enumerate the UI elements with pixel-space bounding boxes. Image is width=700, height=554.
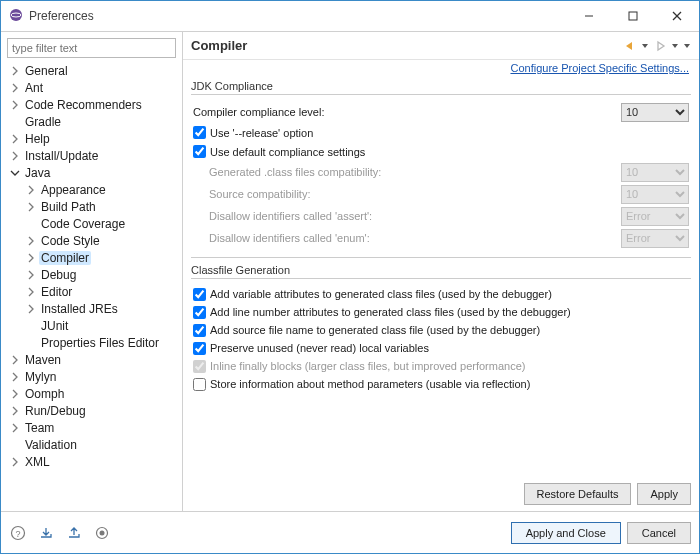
chevron-right-icon xyxy=(25,337,37,349)
tree-item-java[interactable]: Java xyxy=(5,164,182,181)
tree-item-maven[interactable]: Maven xyxy=(5,351,182,368)
tree-item-code-style[interactable]: Code Style xyxy=(5,232,182,249)
minimize-button[interactable] xyxy=(567,1,611,31)
apply-and-close-button[interactable]: Apply and Close xyxy=(511,522,621,544)
tree-item-junit[interactable]: JUnit xyxy=(5,317,182,334)
chevron-right-icon[interactable] xyxy=(9,354,21,366)
tree-item-general[interactable]: General xyxy=(5,62,182,79)
use-default-checkbox[interactable] xyxy=(193,145,206,158)
tree-item-build-path[interactable]: Build Path xyxy=(5,198,182,215)
classfile-option-row: Inline finally blocks (larger class file… xyxy=(191,357,691,375)
classfile-option-checkbox[interactable] xyxy=(193,342,206,355)
classfile-option-row: Add source file name to generated class … xyxy=(191,321,691,339)
classfile-option-row: Store information about method parameter… xyxy=(191,375,691,393)
export-icon[interactable] xyxy=(65,524,83,542)
tree-item-code-coverage[interactable]: Code Coverage xyxy=(5,215,182,232)
tree-item-debug[interactable]: Debug xyxy=(5,266,182,283)
content-header: Compiler xyxy=(183,32,699,60)
use-release-label: Use '--release' option xyxy=(210,127,313,139)
tree-item-oomph[interactable]: Oomph xyxy=(5,385,182,402)
chevron-right-icon[interactable] xyxy=(9,65,21,77)
close-button[interactable] xyxy=(655,1,699,31)
classfile-option-checkbox[interactable] xyxy=(193,378,206,391)
tree-item-installed-jres[interactable]: Installed JREs xyxy=(5,300,182,317)
tree-item-code-recommenders[interactable]: Code Recommenders xyxy=(5,96,182,113)
svg-text:?: ? xyxy=(15,529,20,539)
generated-class-select: 10 xyxy=(621,163,689,182)
back-button[interactable] xyxy=(623,40,637,52)
tree-item-ant[interactable]: Ant xyxy=(5,79,182,96)
tree-item-help[interactable]: Help xyxy=(5,130,182,147)
link-bar: Configure Project Specific Settings... xyxy=(183,60,699,78)
chevron-right-icon[interactable] xyxy=(25,235,37,247)
chevron-right-icon[interactable] xyxy=(9,371,21,383)
maximize-button[interactable] xyxy=(611,1,655,31)
classfile-option-label: Add variable attributes to generated cla… xyxy=(210,288,552,300)
import-icon[interactable] xyxy=(37,524,55,542)
tree-item-compiler[interactable]: Compiler xyxy=(5,249,182,266)
compliance-level-row: Compiler compliance level: 10 xyxy=(191,101,691,123)
tree-item-xml[interactable]: XML xyxy=(5,453,182,470)
chevron-right-icon[interactable] xyxy=(9,388,21,400)
chevron-right-icon[interactable] xyxy=(9,422,21,434)
tree-item-appearance[interactable]: Appearance xyxy=(5,181,182,198)
classfile-title: Classfile Generation xyxy=(191,262,691,278)
source-compat-select: 10 xyxy=(621,185,689,204)
tree-item-label: JUnit xyxy=(39,319,70,333)
disallow-assert-label: Disallow identifiers called 'assert': xyxy=(193,210,621,222)
chevron-right-icon xyxy=(25,218,37,230)
help-icon[interactable]: ? xyxy=(9,524,27,542)
classfile-option-label: Add source file name to generated class … xyxy=(210,324,540,336)
tree-item-label: Mylyn xyxy=(23,370,58,384)
chevron-right-icon[interactable] xyxy=(25,252,37,264)
filter-input[interactable] xyxy=(7,38,176,58)
restore-defaults-button[interactable]: Restore Defaults xyxy=(524,483,632,505)
chevron-right-icon[interactable] xyxy=(9,456,21,468)
window-title: Preferences xyxy=(29,9,94,23)
tree-item-run-debug[interactable]: Run/Debug xyxy=(5,402,182,419)
footer-buttons: Apply and Close Cancel xyxy=(511,522,691,544)
chevron-right-icon[interactable] xyxy=(25,184,37,196)
chevron-down-icon[interactable] xyxy=(9,167,21,179)
tree-item-properties-files-editor[interactable]: Properties Files Editor xyxy=(5,334,182,351)
tree-item-validation[interactable]: Validation xyxy=(5,436,182,453)
classfile-option-checkbox[interactable] xyxy=(193,288,206,301)
chevron-right-icon[interactable] xyxy=(25,286,37,298)
svg-point-9 xyxy=(100,530,105,535)
tree-item-install-update[interactable]: Install/Update xyxy=(5,147,182,164)
chevron-right-icon[interactable] xyxy=(25,303,37,315)
tree-item-gradle[interactable]: Gradle xyxy=(5,113,182,130)
tree-item-editor[interactable]: Editor xyxy=(5,283,182,300)
tree-item-label: Installed JREs xyxy=(39,302,120,316)
tree-item-label: Oomph xyxy=(23,387,66,401)
back-menu[interactable] xyxy=(641,40,649,52)
tree-item-mylyn[interactable]: Mylyn xyxy=(5,368,182,385)
tree-item-label: Java xyxy=(23,166,52,180)
classfile-option-label: Inline finally blocks (larger class file… xyxy=(210,360,525,372)
chevron-right-icon[interactable] xyxy=(9,405,21,417)
compliance-level-select[interactable]: 10 xyxy=(621,103,689,122)
classfile-option-checkbox[interactable] xyxy=(193,306,206,319)
cancel-button[interactable]: Cancel xyxy=(627,522,691,544)
page-button-row: Restore Defaults Apply xyxy=(183,477,699,511)
chevron-right-icon[interactable] xyxy=(9,99,21,111)
view-menu[interactable] xyxy=(683,40,691,52)
forward-button[interactable] xyxy=(653,40,667,52)
classfile-option-label: Store information about method parameter… xyxy=(210,378,530,390)
chevron-right-icon[interactable] xyxy=(9,133,21,145)
apply-button[interactable]: Apply xyxy=(637,483,691,505)
chevron-right-icon[interactable] xyxy=(9,82,21,94)
chevron-right-icon[interactable] xyxy=(25,269,37,281)
chevron-right-icon[interactable] xyxy=(25,201,37,213)
tree-item-label: Help xyxy=(23,132,52,146)
record-icon[interactable] xyxy=(93,524,111,542)
tree-item-team[interactable]: Team xyxy=(5,419,182,436)
use-release-checkbox-row: Use '--release' option xyxy=(191,123,691,142)
classfile-option-checkbox[interactable] xyxy=(193,324,206,337)
forward-menu[interactable] xyxy=(671,40,679,52)
tree-item-label: Code Coverage xyxy=(39,217,127,231)
use-release-checkbox[interactable] xyxy=(193,126,206,139)
configure-project-link[interactable]: Configure Project Specific Settings... xyxy=(510,62,689,74)
chevron-right-icon[interactable] xyxy=(9,150,21,162)
tree-item-label: Appearance xyxy=(39,183,108,197)
